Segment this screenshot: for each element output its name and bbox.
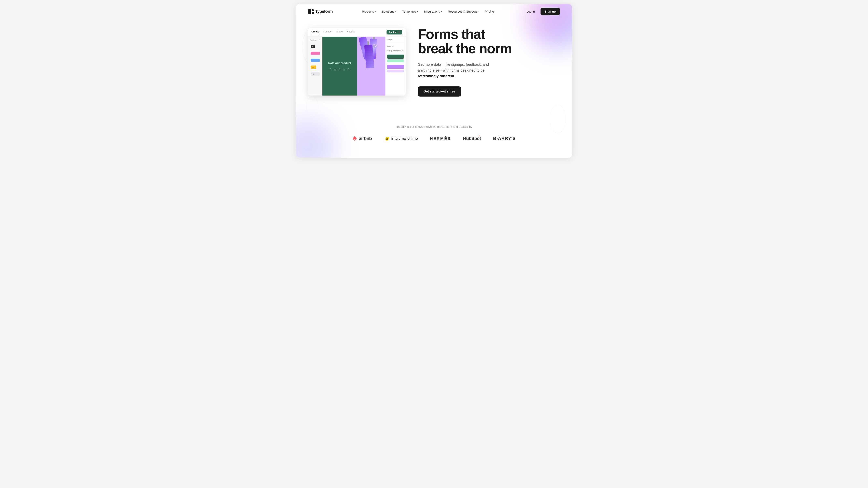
- logo-icon: [308, 9, 314, 14]
- nav-item-pricing[interactable]: Pricing: [482, 8, 496, 14]
- tab-results[interactable]: Results: [347, 30, 355, 34]
- tab-share[interactable]: Share: [336, 30, 343, 34]
- pump-3: [367, 41, 369, 45]
- nav-menu: Products ▾ Solutions ▾ Templates ▾ Integ…: [360, 8, 496, 14]
- logo-rect-right-top: [312, 9, 314, 11]
- sidebar-item-tf[interactable]: Tf: [310, 44, 320, 49]
- nav-link-solutions[interactable]: Solutions ▾: [379, 8, 399, 14]
- cta-button[interactable]: Get started—it's free: [418, 87, 461, 97]
- numbered-chip: ¶ 4: [311, 72, 320, 76]
- nav-actions: Log in Sign up: [523, 8, 560, 15]
- add-icon[interactable]: +: [319, 39, 320, 41]
- hero-subtext: Get more data—like signups, feedback, an…: [418, 62, 503, 79]
- brand-logos: airbnb intuit mailchimp HERMÈS: [308, 136, 560, 141]
- pink-chip: [311, 52, 320, 55]
- hero-subtext-text: Get more data—like signups, feedback, an…: [418, 62, 489, 72]
- brand-mailchimp: intuit mailchimp: [384, 136, 418, 141]
- trusted-section: Rated 4.5 out of 600+ reviews on G2.com …: [296, 113, 572, 158]
- chevron-down-icon: ▾: [417, 10, 418, 12]
- star-5: ☆: [347, 67, 350, 71]
- airbnb-icon: [352, 136, 357, 141]
- hero-heading-line1: Forms that: [418, 26, 485, 42]
- brand-airbnb: airbnb: [352, 136, 372, 141]
- nav-link-pricing[interactable]: Pricing: [482, 8, 496, 14]
- brand-kit-preview: [387, 55, 404, 62]
- tab-create[interactable]: Create: [311, 30, 319, 34]
- sidebar-content-label: Content +: [310, 39, 320, 41]
- tab-connect[interactable]: Connect: [323, 30, 332, 34]
- brand-kit-preview-2: [387, 65, 404, 72]
- content-text: Content: [310, 39, 316, 41]
- star-3: ☆: [338, 67, 341, 71]
- nav-item-products[interactable]: Products ▾: [360, 8, 378, 14]
- kit-bar-light-green: [387, 59, 404, 62]
- svg-point-4: [388, 137, 389, 139]
- star-rating: ☆ ☆ ☆ ☆ ☆: [329, 67, 350, 71]
- canvas-left: Rate our product ☆ ☆ ☆ ☆ ☆: [322, 37, 357, 96]
- nav-item-resources[interactable]: Resources & Support ▾: [445, 8, 481, 14]
- logo-right-col: [312, 9, 314, 14]
- logo-rect-left: [308, 9, 311, 14]
- sidebar-item-numbered[interactable]: ¶ 4: [310, 72, 320, 76]
- sidebar-item-pink[interactable]: [310, 51, 320, 56]
- logo-link[interactable]: Typeform: [308, 9, 333, 14]
- form-ui-tabs: Create Connect Share Results: [311, 30, 355, 34]
- airbnb-text: airbnb: [359, 136, 372, 141]
- publish-status-dot: [398, 31, 400, 33]
- form-preview: Create Connect Share Results Publish: [308, 28, 406, 96]
- form-canvas: Rate our product ☆ ☆ ☆ ☆ ☆: [322, 37, 385, 96]
- navbar: Typeform Products ▾ Solutions ▾ Template…: [296, 4, 572, 19]
- chevron-down-icon: ▾: [441, 10, 442, 12]
- kit-bar-green: [387, 55, 404, 59]
- nav-item-templates[interactable]: Templates ▾: [400, 8, 421, 14]
- hubspot-text: HubSpot: [463, 136, 481, 141]
- brand-hermes: HERMÈS: [430, 136, 451, 141]
- chevron-down-icon: ▾: [375, 10, 376, 12]
- nav-link-products[interactable]: Products ▾: [360, 8, 378, 14]
- brand-kit-label: Brand kit: [387, 45, 404, 47]
- signup-button[interactable]: Sign up: [540, 8, 560, 15]
- hero-subtext-bold: refreshingly different.: [418, 74, 455, 78]
- form-ui-topbar: Create Connect Share Results Publish: [308, 28, 406, 37]
- nav-label-pricing: Pricing: [485, 10, 494, 13]
- mailchimp-icon: [384, 136, 390, 141]
- login-button[interactable]: Log in: [523, 8, 538, 15]
- nav-label-resources: Resources & Support: [448, 10, 477, 13]
- nav-item-solutions[interactable]: Solutions ▾: [379, 8, 399, 14]
- svg-point-3: [388, 138, 388, 139]
- chevron-down-icon: ▾: [395, 10, 396, 12]
- form-right-panel: Design Brand kit Glossy Locks brand kit: [385, 37, 406, 96]
- sidebar-item-stars[interactable]: ★ 3: [310, 65, 320, 70]
- trusted-text: Rated 4.5 out of 600+ reviews on G2.com …: [308, 125, 560, 128]
- hero-text: Forms that break the norm Get more data—…: [418, 27, 531, 97]
- logo-text: Typeform: [315, 9, 333, 14]
- rate-text: Rate our product: [328, 61, 351, 65]
- brand-kit-item[interactable]: Glossy Locks brand kit: [387, 49, 404, 52]
- kit-bar-purple: [387, 65, 404, 69]
- nav-label-products: Products: [362, 10, 374, 13]
- brand-barrys: B·ÄRRY'S: [493, 136, 516, 141]
- publish-button[interactable]: Publish: [386, 30, 402, 34]
- logo-rect-right-bottom: [312, 12, 314, 14]
- page-wrapper: Typeform Products ▾ Solutions ▾ Template…: [296, 4, 572, 158]
- tf-icon: Tf: [311, 45, 315, 48]
- star-chip: ★ 3: [311, 66, 320, 69]
- nav-label-integrations: Integrations: [424, 10, 440, 13]
- mailchimp-text: intuit mailchimp: [392, 136, 418, 141]
- publish-label: Publish: [389, 31, 397, 33]
- star-4: ☆: [342, 67, 346, 71]
- nav-link-integrations[interactable]: Integrations ▾: [422, 8, 444, 14]
- nav-link-templates[interactable]: Templates ▾: [400, 8, 421, 14]
- hero-heading: Forms that break the norm: [418, 27, 531, 56]
- hero-heading-line2: break the norm: [418, 41, 512, 56]
- nav-item-integrations[interactable]: Integrations ▾: [422, 8, 444, 14]
- hero-section: Create Connect Share Results Publish: [296, 19, 572, 113]
- pump-2: [373, 37, 375, 39]
- star-1: ☆: [329, 67, 333, 71]
- kit-bar-light-purple: [387, 70, 404, 72]
- star-2: ☆: [333, 67, 337, 71]
- brand-hubspot: HubSpot: [463, 136, 481, 141]
- nav-label-templates: Templates: [402, 10, 416, 13]
- sidebar-item-blue[interactable]: [310, 58, 320, 63]
- nav-link-resources[interactable]: Resources & Support ▾: [445, 8, 481, 14]
